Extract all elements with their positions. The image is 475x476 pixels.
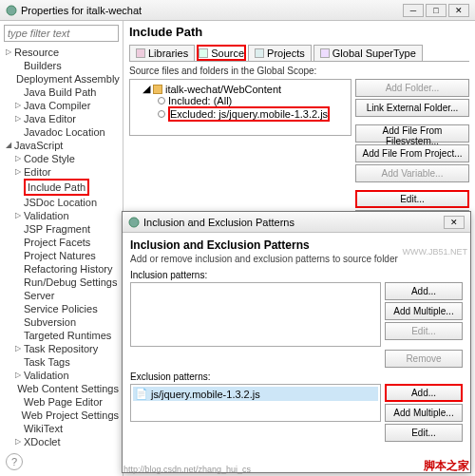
nav-item[interactable]: ▷Java Compiler xyxy=(4,99,119,112)
nav-item[interactable]: ▷Code Style xyxy=(4,152,119,165)
maximize-button[interactable]: □ xyxy=(426,4,446,17)
twisty-icon: ▷ xyxy=(15,342,23,355)
patterns-dialog: Inclusion and Exclusion Patterns ✕ Inclu… xyxy=(122,211,471,473)
window-title: Properties for italk-wechat xyxy=(21,5,403,16)
exclude-icon xyxy=(158,110,165,118)
add-file-proj-button[interactable]: Add File From Project... xyxy=(355,144,469,162)
svg-point-1 xyxy=(129,218,139,227)
inc-edit-button[interactable]: Edit... xyxy=(385,322,463,340)
minimize-button[interactable]: ─ xyxy=(403,4,424,17)
dialog-heading: Inclusion and Exclusion Patterns xyxy=(130,238,463,252)
nav-tree: ▷ResourceBuildersDeployment AssemblyJava… xyxy=(4,46,119,448)
app-icon xyxy=(6,5,17,16)
nav-item[interactable]: Web Page Editor xyxy=(4,395,119,409)
file-icon: 📄 xyxy=(135,388,148,400)
nav-item[interactable]: Deployment Assembly xyxy=(4,72,119,86)
nav-item[interactable]: Include Path xyxy=(4,179,119,196)
add-file-fs-button[interactable]: Add File From Filesystem... xyxy=(355,124,469,143)
folder-icon xyxy=(153,85,162,94)
main-titlebar: Properties for italk-wechat ─ □ ✕ xyxy=(0,0,475,21)
source-tree[interactable]: ◢ italk-wechat/WebContent Included: (All… xyxy=(129,79,352,136)
nav-item[interactable]: Refactoring History xyxy=(4,262,119,276)
tab-libraries[interactable]: Libraries xyxy=(129,45,195,61)
add-folder-button[interactable]: Add Folder... xyxy=(355,79,469,97)
inc-add-button[interactable]: Add... xyxy=(385,282,463,300)
nav-item[interactable]: ▷Editor xyxy=(4,165,119,179)
inc-remove-button[interactable]: Remove xyxy=(385,350,463,368)
tab-icon xyxy=(199,48,208,58)
twisty-icon: ▷ xyxy=(15,165,23,179)
nav-panel: ▷ResourceBuildersDeployment AssemblyJava… xyxy=(0,21,124,476)
svg-point-0 xyxy=(7,6,16,15)
tab-icon xyxy=(255,48,264,58)
twisty-icon: ▷ xyxy=(15,209,23,222)
twisty-icon: ◢ xyxy=(6,139,13,152)
twisty-icon: ▷ xyxy=(15,152,23,165)
nav-item[interactable]: Server xyxy=(4,289,119,302)
tab-global-supertype[interactable]: Global SuperType xyxy=(314,45,423,61)
include-icon xyxy=(158,97,165,105)
tab-icon xyxy=(320,48,330,58)
exc-add-button[interactable]: Add... xyxy=(385,384,463,402)
nav-item[interactable]: Project Natures xyxy=(4,249,119,262)
nav-item[interactable]: WikiText xyxy=(4,422,119,435)
edit-button[interactable]: Edit... xyxy=(355,190,469,208)
included-node[interactable]: Included: (All) xyxy=(133,95,348,106)
inc-multi-button[interactable]: Add Multiple... xyxy=(385,302,463,320)
twisty-icon: ▷ xyxy=(15,99,23,112)
nav-item[interactable]: ▷Task Repository xyxy=(4,342,119,355)
nav-item[interactable]: Subversion xyxy=(4,315,119,329)
dialog-desc: Add or remove inclusion and exclusion pa… xyxy=(130,254,463,264)
page-heading: Include Path xyxy=(129,25,469,39)
excluded-node[interactable]: Excluded: js/jquery.mobile-1.3.2.js xyxy=(133,106,348,122)
nav-item[interactable]: ▷Resource xyxy=(4,46,119,59)
nav-item[interactable]: Web Content Settings xyxy=(4,382,119,395)
twisty-icon: ◢ xyxy=(142,83,150,95)
nav-item[interactable]: Task Tags xyxy=(4,355,119,369)
link-external-button[interactable]: Link External Folder... xyxy=(355,99,469,117)
footer-brand: 脚本之家 xyxy=(424,458,469,474)
exc-edit-button[interactable]: Edit... xyxy=(385,424,463,442)
nav-item[interactable]: Run/Debug Settings xyxy=(4,276,119,289)
dialog-titlebar: Inclusion and Exclusion Patterns ✕ xyxy=(123,212,470,233)
dialog-close-button[interactable]: ✕ xyxy=(444,216,465,229)
twisty-icon: ▷ xyxy=(15,369,23,382)
inclusion-label: Inclusion patterns: xyxy=(130,270,463,280)
nav-item[interactable]: ◢JavaScript xyxy=(4,139,119,152)
nav-item[interactable]: JSDoc Location xyxy=(4,196,119,209)
nav-item[interactable]: Java Build Path xyxy=(4,86,119,99)
nav-item[interactable]: Targeted Runtimes xyxy=(4,329,119,342)
dialog-title: Inclusion and Exclusion Patterns xyxy=(143,217,444,228)
nav-item[interactable]: JSP Fragment xyxy=(4,222,119,236)
exc-multi-button[interactable]: Add Multiple... xyxy=(385,404,463,422)
close-button[interactable]: ✕ xyxy=(448,4,469,17)
help-button[interactable]: ? xyxy=(6,453,23,470)
nav-item[interactable]: Javadoc Location xyxy=(4,125,119,139)
tab-source[interactable]: Source xyxy=(197,45,246,61)
nav-item[interactable]: Service Policies xyxy=(4,302,119,315)
source-desc: Source files and folders in the Global S… xyxy=(129,66,469,76)
nav-item[interactable]: Project Facets xyxy=(4,236,119,249)
inclusion-list[interactable] xyxy=(130,282,381,347)
nav-item[interactable]: Web Project Settings xyxy=(4,409,119,422)
tabbar: LibrariesSourceProjectsGlobal SuperType xyxy=(129,45,469,62)
tree-root[interactable]: ◢ italk-wechat/WebContent xyxy=(133,83,348,95)
nav-item[interactable]: ▷Validation xyxy=(4,369,119,382)
nav-item[interactable]: ▷XDoclet xyxy=(4,435,119,448)
nav-item[interactable]: Builders xyxy=(4,59,119,72)
footer-url: http://blog.csdn.net/zhang_hui_cs xyxy=(124,465,251,474)
filter-input[interactable] xyxy=(4,25,119,42)
exclusion-label: Exclusion patterns: xyxy=(130,371,463,382)
nav-item[interactable]: ▷Java Editor xyxy=(4,112,119,125)
dialog-icon xyxy=(128,217,140,228)
tab-projects[interactable]: Projects xyxy=(248,45,312,61)
add-variable-button[interactable]: Add Variable... xyxy=(355,164,469,182)
exclusion-list[interactable]: 📄 js/jquery.mobile-1.3.2.js xyxy=(130,384,381,422)
tab-icon xyxy=(136,48,145,58)
twisty-icon: ▷ xyxy=(15,435,23,448)
twisty-icon: ▷ xyxy=(6,46,13,59)
exclusion-entry[interactable]: 📄 js/jquery.mobile-1.3.2.js xyxy=(133,387,378,401)
twisty-icon: ▷ xyxy=(15,112,23,125)
nav-item[interactable]: ▷Validation xyxy=(4,209,119,222)
